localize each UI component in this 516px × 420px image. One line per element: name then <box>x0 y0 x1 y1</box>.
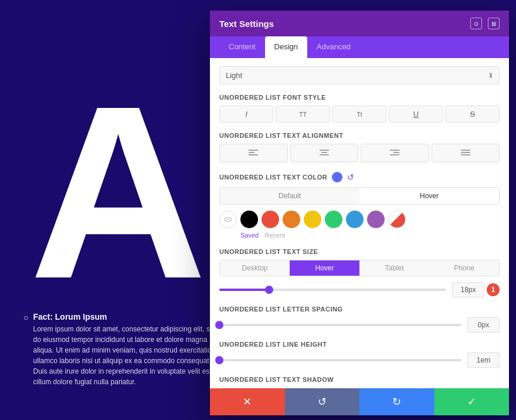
font-style-buttons: I TT Tt U S <box>219 106 500 123</box>
panel-header-icons: ⊙ ⊞ <box>470 18 500 29</box>
text-alignment-section: Unordered List Text Alignment <box>219 132 500 162</box>
swatch-none[interactable] <box>388 211 406 228</box>
big-letter: A <box>29 69 207 316</box>
saved-label[interactable]: Saved <box>240 232 259 239</box>
text-size-input[interactable] <box>452 282 484 297</box>
list-content: Fact: Lorum Ipsum Lorem ipsum dolor sit … <box>23 312 223 391</box>
tab-design[interactable]: Design <box>265 36 307 58</box>
cancel-button[interactable]: ✕ <box>210 388 285 415</box>
line-height-label: Unordered List Line Height <box>219 341 500 348</box>
redo-button[interactable]: ↻ <box>359 388 434 415</box>
swatch-orange[interactable] <box>283 211 300 228</box>
text-shadow-section: Unordered List Text Shadow <box>219 376 500 388</box>
font-style-label: Unordered List Font Style <box>219 94 500 101</box>
resp-tab-hover[interactable]: Hover <box>290 260 359 276</box>
text-size-value-wrap: 1 <box>452 282 500 297</box>
letter-spacing-slider-track[interactable] <box>219 324 461 326</box>
text-shadow-label: Unordered List Text Shadow <box>219 376 500 383</box>
text-color-header: Unordered List Text Color ↺ <box>219 172 500 182</box>
letter-spacing-slider-row <box>219 317 500 333</box>
strikethrough-btn[interactable]: S <box>446 106 500 123</box>
text-size-slider-row: 1 <box>219 282 500 297</box>
saved-recent-row: Saved Recent <box>219 232 500 239</box>
font-weight-select[interactable]: Light Regular Bold <box>219 66 500 84</box>
capitalize-btn[interactable]: Tt <box>332 106 386 123</box>
swatch-red[interactable] <box>262 211 279 228</box>
text-size-slider-track[interactable] <box>219 289 446 291</box>
resp-tab-tablet[interactable]: Tablet <box>359 260 429 276</box>
panel-title: Text Settings <box>219 19 274 29</box>
letter-spacing-label: Unordered List Letter Spacing <box>219 306 500 313</box>
swatch-yellow[interactable] <box>304 211 321 228</box>
swatch-purple[interactable] <box>367 211 385 228</box>
align-left-btn[interactable] <box>219 144 288 162</box>
tab-content[interactable]: Content <box>219 36 265 58</box>
uppercase-btn[interactable]: TT <box>276 106 330 123</box>
undo-button[interactable]: ↺ <box>285 388 360 415</box>
panel-header: Text Settings ⊙ ⊞ <box>210 11 509 36</box>
color-indicator[interactable] <box>332 172 342 182</box>
list-body: Lorem ipsum dolor sit amet, consectetur … <box>33 324 223 387</box>
letter-spacing-input[interactable] <box>467 317 500 333</box>
font-weight-select-row: Light Regular Bold <box>219 66 500 84</box>
default-tab[interactable]: Default <box>220 188 359 204</box>
text-size-label: Unordered List Text Size <box>219 248 500 255</box>
settings-icon[interactable]: ⊙ <box>470 18 482 29</box>
line-height-section: Unordered List Line Height <box>219 341 500 368</box>
resp-tab-phone[interactable]: Phone <box>429 260 499 276</box>
line-height-slider-track[interactable] <box>219 359 461 361</box>
default-hover-tabs: Default Hover <box>219 187 500 205</box>
italic-btn[interactable]: I <box>219 106 273 123</box>
text-alignment-label: Unordered List Text Alignment <box>219 132 500 139</box>
alignment-buttons <box>219 144 500 162</box>
panel-body: Light Regular Bold Unordered List Font S… <box>210 58 509 388</box>
list-title: Fact: Lorum Ipsum <box>33 312 223 321</box>
align-center-btn[interactable] <box>290 144 359 162</box>
underline-btn[interactable]: U <box>389 106 443 123</box>
hover-tab[interactable]: Hover <box>359 188 499 204</box>
tab-advanced[interactable]: Advanced <box>307 36 360 58</box>
swatch-black[interactable] <box>240 211 258 228</box>
link-swatch[interactable] <box>219 211 237 228</box>
align-right-btn[interactable] <box>361 144 429 162</box>
letter-spacing-value-wrap <box>467 317 500 333</box>
text-size-section: Unordered List Text Size Desktop Hover T… <box>219 248 500 297</box>
swatch-green[interactable] <box>325 211 342 228</box>
font-weight-select-wrap[interactable]: Light Regular Bold <box>219 66 500 84</box>
text-color-section: Unordered List Text Color ↺ Default Hove… <box>219 172 500 239</box>
swatch-blue[interactable] <box>346 211 364 228</box>
save-button[interactable]: ✓ <box>434 388 510 415</box>
text-color-label: Unordered List Text Color <box>219 174 327 181</box>
line-height-input[interactable] <box>467 353 500 368</box>
line-height-slider-row <box>219 353 500 368</box>
recent-label[interactable]: Recent <box>264 232 285 239</box>
panel-tabs: Content Design Advanced <box>210 36 509 58</box>
panel-footer: ✕ ↺ ↻ ✓ <box>210 388 509 415</box>
font-style-section: Unordered List Font Style I TT Tt U S <box>219 94 500 123</box>
text-settings-panel: Text Settings ⊙ ⊞ Content Design Advance… <box>210 11 509 415</box>
align-justify-btn[interactable] <box>432 144 500 162</box>
letter-spacing-section: Unordered List Letter Spacing <box>219 306 500 333</box>
line-height-value-wrap <box>467 353 500 368</box>
list-item: Fact: Lorum Ipsum Lorem ipsum dolor sit … <box>23 312 223 387</box>
reset-color-icon[interactable]: ↺ <box>347 172 354 182</box>
hover-badge: 1 <box>487 283 500 296</box>
color-swatches <box>219 211 500 228</box>
resp-tab-desktop[interactable]: Desktop <box>220 260 290 276</box>
responsive-tabs: Desktop Hover Tablet Phone <box>219 260 500 276</box>
expand-icon[interactable]: ⊞ <box>488 18 500 29</box>
